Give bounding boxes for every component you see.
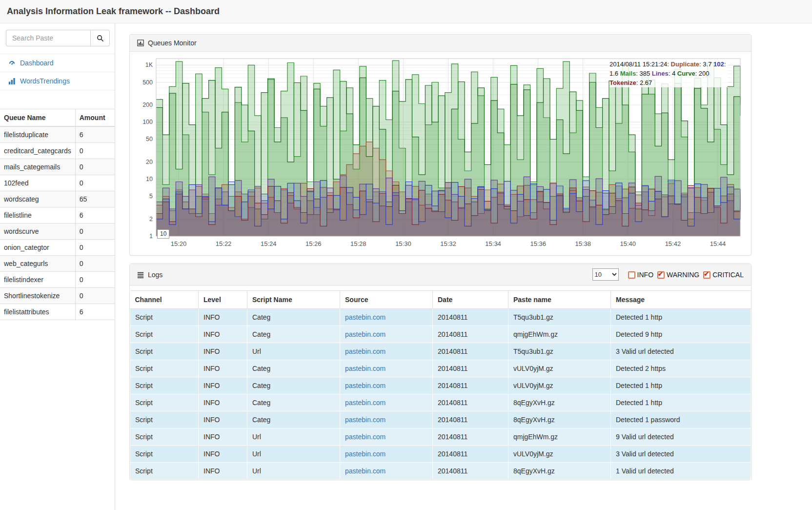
log-script-cell: Categ — [247, 377, 340, 394]
log-row: ScriptINFOCategpastebin.com201408118qEgy… — [130, 411, 751, 428]
log-paste-cell: vULV0yjM.gz — [508, 377, 611, 394]
log-date-cell: 20140811 — [433, 394, 508, 411]
panel-title: Logs — [148, 271, 162, 279]
queue-header-cell: Amount — [75, 109, 115, 127]
log-row: ScriptINFOUrlpastebin.com20140811qmjgEhW… — [130, 428, 751, 446]
svg-text:15:44: 15:44 — [710, 240, 726, 247]
log-channel-cell: Script — [130, 428, 199, 446]
chart-legend: 2014/08/11 15:21:24: Duplicate: 3.7 102:… — [609, 60, 728, 87]
log-date-cell: 20140811 — [433, 309, 508, 326]
legend-entry-duplicate: Duplicate: 3.7 — [671, 61, 713, 68]
queue-row: filelistline6 — [0, 207, 115, 224]
legend-entry-lines: Lines: 4 — [652, 70, 677, 77]
filter-label-text: CRITICAL — [712, 271, 744, 279]
logs-table: ChannelLevelScript NameSourceDatePaste n… — [130, 290, 751, 480]
sidebar-item-wordstrendings[interactable]: WordsTrendings — [0, 72, 115, 90]
queue-name-cell: 102feed — [0, 175, 75, 191]
bar-chart-icon — [8, 78, 16, 85]
log-message-cell: Detected 2 https — [611, 360, 751, 377]
queue-amount-cell: 6 — [75, 304, 115, 320]
source-link[interactable]: pastebin.com — [345, 450, 386, 458]
svg-text:15:30: 15:30 — [395, 240, 411, 247]
log-channel-cell: Script — [130, 394, 199, 411]
sidebar-item-label: Dashboard — [20, 59, 54, 67]
log-script-cell: Categ — [247, 411, 340, 428]
svg-text:1: 1 — [149, 233, 153, 240]
sidebar-nav: Dashboard WordsTrendings — [0, 54, 115, 90]
log-channel-cell: Script — [130, 326, 199, 343]
log-level-cell: INFO — [199, 446, 247, 463]
log-paste-cell: 8qEgyXvH.gz — [508, 394, 611, 411]
queue-amount-cell: 6 — [75, 126, 115, 143]
source-link[interactable]: pastebin.com — [345, 399, 386, 407]
sidebar-item-label: WordsTrendings — [20, 77, 70, 85]
logs-header-cell: Date — [433, 291, 508, 309]
filter-warning: WARNING — [657, 271, 699, 279]
svg-text:20: 20 — [146, 159, 153, 165]
queue-row: 102feed0 — [0, 175, 115, 191]
svg-text:5: 5 — [149, 193, 153, 200]
source-link[interactable]: pastebin.com — [345, 416, 386, 424]
logs-header-cell: Source — [340, 291, 433, 309]
log-row: ScriptINFOCategpastebin.com20140811T5qu3… — [130, 309, 751, 326]
info-checkbox[interactable] — [628, 271, 635, 279]
svg-text:15:20: 15:20 — [171, 240, 187, 247]
queue-name-cell: filelistattributes — [0, 304, 75, 320]
log-script-cell: Categ — [247, 394, 340, 411]
warning-checkbox[interactable] — [657, 271, 665, 279]
sidebar-item-dashboard[interactable]: Dashboard — [0, 54, 115, 72]
svg-text:15:34: 15:34 — [485, 240, 501, 247]
source-link[interactable]: pastebin.com — [345, 330, 386, 338]
source-link[interactable]: pastebin.com — [345, 365, 386, 372]
log-row: ScriptINFOUrlpastebin.com201408118qEgyXv… — [130, 463, 751, 480]
queue-name-cell: onion_categtor — [0, 240, 75, 256]
source-link[interactable]: pastebin.com — [345, 382, 386, 389]
log-date-cell: 20140811 — [433, 343, 508, 360]
queue-row: wordscateg65 — [0, 191, 115, 207]
legend-timestamp: 2014/08/11 15:21:24: — [609, 61, 671, 68]
log-row: ScriptINFOCategpastebin.com20140811vULV0… — [130, 360, 751, 377]
log-row: ScriptINFOCategpastebin.com20140811vULV0… — [130, 377, 751, 394]
critical-checkbox[interactable] — [703, 271, 710, 279]
queue-amount-cell: 0 — [75, 240, 115, 256]
svg-text:15:38: 15:38 — [575, 240, 591, 247]
source-link[interactable]: pastebin.com — [345, 433, 386, 441]
log-level-cell: INFO — [199, 360, 247, 377]
source-link[interactable]: pastebin.com — [345, 467, 386, 475]
log-date-cell: 20140811 — [433, 326, 508, 343]
log-channel-cell: Script — [130, 309, 199, 326]
log-paste-cell: 8qEgyXvH.gz — [508, 463, 611, 480]
svg-text:15:36: 15:36 — [530, 240, 546, 247]
queue-table: Queue NameAmountfilelistduplicate6credit… — [0, 109, 115, 320]
svg-text:15:32: 15:32 — [440, 240, 456, 247]
log-level-cell: INFO — [199, 377, 247, 394]
log-level-cell: INFO — [199, 309, 247, 326]
queue-amount-cell: 0 — [75, 256, 115, 272]
log-row: ScriptINFOUrlpastebin.com20140811T5qu3ub… — [130, 343, 751, 360]
svg-text:15:42: 15:42 — [665, 240, 681, 247]
queue-header-cell: Queue Name — [0, 109, 75, 127]
filter-critical: CRITICAL — [703, 271, 744, 279]
source-link[interactable]: pastebin.com — [345, 313, 386, 321]
log-channel-cell: Script — [130, 446, 199, 463]
log-level-filters: INFOWARNINGCRITICAL — [624, 270, 744, 279]
log-message-cell: 3 Valid url detected — [611, 446, 751, 463]
log-channel-cell: Script — [130, 360, 199, 377]
logs-heading: Logs 10 INFOWARNINGCRITICAL — [130, 264, 751, 286]
legend-entry-curve: Curve: 200 — [677, 70, 710, 77]
panel-title: Queues Monitor — [148, 39, 197, 47]
source-link[interactable]: pastebin.com — [345, 347, 386, 355]
search-input[interactable] — [6, 30, 90, 46]
page-size-select[interactable]: 10 — [592, 268, 619, 281]
logs-header-cell: Script Name — [247, 291, 340, 309]
search-button[interactable] — [90, 30, 110, 46]
log-level-cell: INFO — [199, 463, 247, 480]
log-message-cell: Detected 1 http — [611, 394, 751, 411]
dashboard-icon — [8, 60, 16, 67]
log-row: ScriptINFOCategpastebin.com20140811qmjgE… — [130, 326, 751, 343]
svg-text:15:28: 15:28 — [350, 240, 366, 247]
queue-row: filelistattributes6 — [0, 304, 115, 320]
chart-icon — [137, 40, 144, 46]
log-script-cell: Categ — [247, 326, 340, 343]
log-paste-cell: T5qu3ub1.gz — [508, 343, 611, 360]
